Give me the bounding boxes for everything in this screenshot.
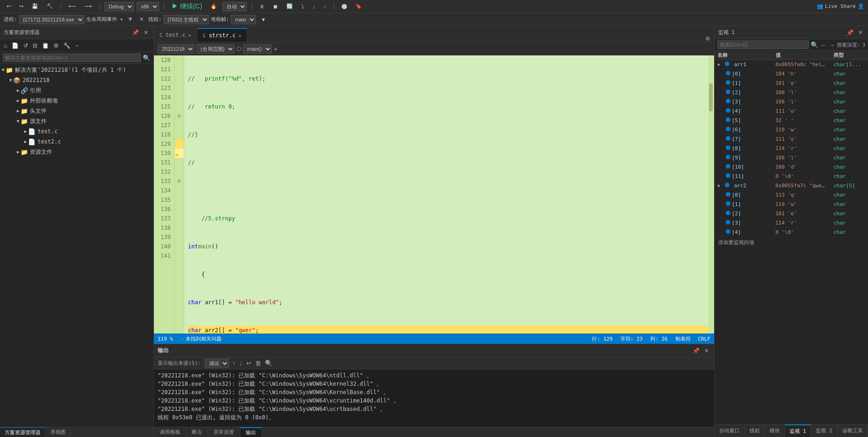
output-clear-btn[interactable]: 🗑 — [255, 360, 261, 367]
debug-mode-dropdown[interactable]: Debug — [104, 2, 134, 11]
toolbar-forward[interactable]: ⟶ — [82, 2, 95, 10]
test2c-arrow[interactable]: ▶ — [24, 139, 27, 144]
thread-dropdown[interactable]: [7832] 主线程 — [164, 15, 209, 24]
left-tab-class[interactable]: 类视图 — [46, 427, 71, 437]
output-scroll-down-btn[interactable]: ↓ — [239, 360, 243, 367]
code-editor[interactable]: 120 121 122 123 124 125 126 127 128 129 … — [154, 55, 714, 334]
toolbar-back[interactable]: ⟵ — [66, 2, 79, 10]
tree-item-headers[interactable]: ▶ 📁 头文件 — [0, 106, 153, 116]
function-dropdown[interactable]: main() — [243, 44, 272, 54]
se-refresh-btn[interactable]: ↺ — [21, 41, 30, 50]
right-tab-module[interactable]: 模块 — [765, 424, 785, 437]
watch-row-arr1-3[interactable]: [3] 108 'l' char — [715, 97, 868, 107]
watch-row-arr1-11[interactable]: [11] 0 '\0' char — [715, 172, 868, 181]
header-arrow[interactable]: ▶ — [17, 109, 19, 113]
auto-dropdown[interactable]: 自动 — [222, 2, 247, 11]
right-tab-diag[interactable]: 诊断工具 — [838, 424, 868, 437]
toolbar-step-out[interactable]: ↑ — [321, 3, 329, 10]
ext-arrow[interactable]: ▶ — [17, 98, 19, 103]
output-wrap-btn[interactable]: ↩ — [246, 360, 251, 367]
se-home-btn[interactable]: ⌂ — [2, 41, 9, 50]
testc-tab-close[interactable]: ✕ — [188, 33, 191, 38]
watch-close-btn[interactable]: ✕ — [857, 29, 864, 36]
arr2-expand[interactable]: ▼ — [717, 184, 720, 188]
editor-scrollbar[interactable] — [708, 55, 714, 334]
watch-add-row[interactable]: 添加要监视的项 — [715, 237, 868, 248]
arch-dropdown[interactable]: x86 — [137, 2, 159, 11]
watch-row-arr1-0[interactable]: [0] 104 'h' char — [715, 69, 868, 79]
solution-search-input[interactable] — [3, 54, 141, 62]
toolbar-step-over[interactable]: ⤵ — [299, 3, 307, 10]
toolbar-undo[interactable]: ↩ — [4, 2, 14, 10]
watch-row-arr1-8[interactable]: [8] 114 'r' char — [715, 144, 868, 153]
stack-dropdown[interactable]: main — [231, 15, 256, 24]
watch-row-arr1-10[interactable]: [10] 100 'd' char — [715, 163, 868, 172]
output-close-btn[interactable]: ✕ — [703, 348, 710, 354]
project-arrow[interactable]: ▼ — [9, 78, 12, 82]
search-go-btn[interactable]: 🔍 — [143, 55, 151, 61]
code-content[interactable]: // printf("%d", ret); // return 0; //} /… — [184, 55, 708, 334]
right-tab-watch1[interactable]: 监视 1 — [785, 424, 811, 437]
watch-row-arr1-9[interactable]: [9] 108 'l' char — [715, 153, 868, 163]
scrollbar-thumb[interactable] — [709, 83, 713, 111]
watch-row-arr1-4[interactable]: [4] 111 'o' char — [715, 107, 868, 116]
se-collapse-btn[interactable]: ⊟ — [31, 41, 39, 50]
toolbar-stop[interactable]: ⏹ — [270, 3, 281, 10]
pin-button[interactable]: 📌 — [131, 29, 140, 36]
context-dropdown[interactable]: (全局范围) — [196, 44, 235, 54]
source-arrow[interactable]: ▼ — [17, 119, 19, 123]
tab-testc[interactable]: C test.c ✕ — [154, 28, 197, 42]
toolbar-save[interactable]: 💾 — [29, 2, 41, 10]
process-dropdown[interactable]: [17172] 20221218.exe — [19, 15, 84, 24]
tree-item-resources[interactable]: ▶ 📁 资源文件 — [0, 147, 153, 157]
tree-item-external-deps[interactable]: ▶ 📁 外部依赖项 — [0, 96, 153, 106]
watch-row-arr2-0[interactable]: [0] 113 'q' char — [715, 191, 868, 200]
watch-row-arr1-5[interactable]: [5] 32 ' ' char — [715, 116, 868, 125]
editor-settings-btn[interactable]: ⚙ — [701, 35, 714, 42]
res-arrow[interactable]: ▶ — [17, 150, 19, 154]
right-tab-thread[interactable]: 线程 — [745, 424, 765, 437]
add-watch-btn[interactable]: + — [274, 45, 278, 53]
se-minus-btn[interactable]: − — [73, 41, 80, 50]
watch-row-arr1[interactable]: ▼ arr1 0x0055fa8c "hello ... char[1... — [715, 60, 868, 69]
ref-arrow[interactable]: ▶ — [17, 88, 19, 93]
output-source-select[interactable]: 调试 — [205, 359, 229, 368]
se-wrench-btn[interactable]: 🔧 — [62, 41, 72, 50]
scope-dropdown[interactable]: 20221218 — [158, 44, 194, 54]
toolbar-pause[interactable]: ⏸ — [257, 3, 267, 10]
tree-item-test2c[interactable]: ▶ 📄 test2.c — [0, 137, 153, 147]
toolbar-restart[interactable]: 🔄 — [284, 2, 296, 10]
watch-search-btn[interactable]: 🔍 — [811, 41, 819, 48]
hot-reload-btn[interactable]: 🔥 — [208, 2, 220, 10]
continue-button[interactable]: ▶ 继续(C) — [169, 1, 205, 12]
watch-table[interactable]: ▼ arr1 0x0055fa8c "hello ... char[1... [… — [715, 60, 868, 424]
tab-callstack[interactable]: 调用堆栈 — [154, 427, 186, 437]
solution-arrow[interactable]: ▼ — [2, 68, 4, 72]
se-new-btn[interactable]: 📄 — [10, 41, 21, 50]
output-content[interactable]: "20221218.exe" (Win32): 已加载 "C:\Windows\… — [154, 369, 714, 427]
watch-row-arr1-1[interactable]: [1] 101 'e' char — [715, 79, 868, 88]
toolbar-bookmark[interactable]: 🔖 — [353, 2, 365, 10]
watch-row-arr1-7[interactable]: [7] 111 'o' char — [715, 135, 868, 144]
output-find-btn[interactable]: 🔍 — [265, 360, 272, 367]
watch-pin-btn[interactable]: 📌 — [845, 29, 855, 36]
close-panel-button[interactable]: ✕ — [142, 29, 150, 36]
tree-item-source[interactable]: ▼ 📁 源文件 — [0, 116, 153, 126]
tree-item-solution[interactable]: ▼ 📁 解决方案'20221218'(1 个项目/共 1 个) — [0, 65, 153, 75]
watch-row-arr1-2[interactable]: [2] 108 'l' char — [715, 88, 868, 97]
se-copy-btn[interactable]: 📋 — [40, 41, 51, 50]
tab-exceptions[interactable]: 异常设置 — [208, 427, 240, 437]
watch-nav-back-btn[interactable]: ← — [820, 41, 826, 48]
tab-breakpoints[interactable]: 断点 — [186, 427, 208, 437]
output-scroll-up-btn[interactable]: ↑ — [233, 360, 236, 367]
watch-row-arr2-3[interactable]: [3] 114 'r' char — [715, 218, 868, 228]
filter-btn[interactable]: ⧩ — [125, 15, 135, 23]
watch-row-arr2-4[interactable]: [4] 0 '\0' char — [715, 228, 868, 237]
watch-row-arr2-2[interactable]: [2] 101 'e' char — [715, 209, 868, 218]
toolbar-step-into[interactable]: ↓ — [310, 3, 318, 10]
tab-output[interactable]: 输出 — [240, 427, 262, 437]
toolbar-bp[interactable]: ⬤ — [339, 2, 350, 10]
live-share-label[interactable]: Live Share — [825, 3, 856, 9]
tab-strstr[interactable]: C strstr.c ✕ — [197, 28, 247, 42]
tree-item-references[interactable]: ▶ 🔗 引用 — [0, 85, 153, 96]
